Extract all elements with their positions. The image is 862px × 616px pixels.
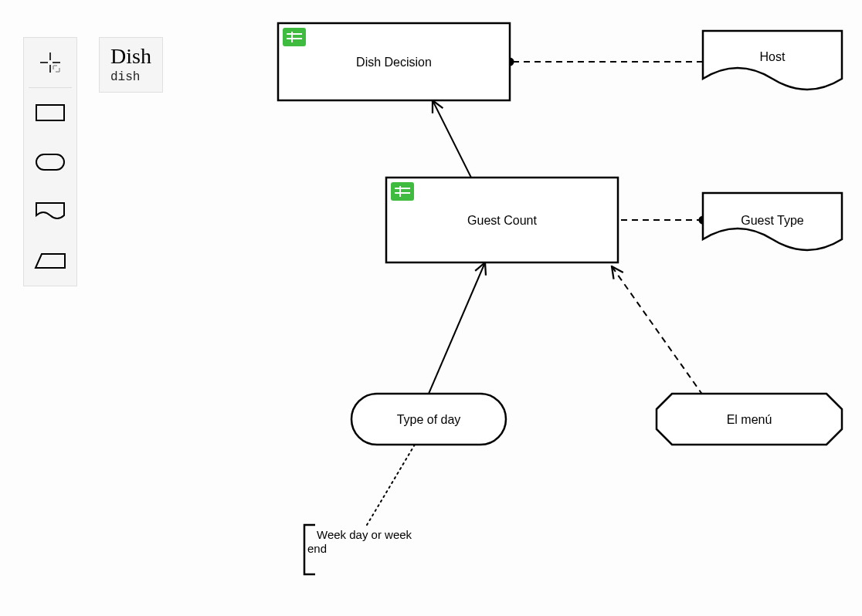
table-icon [391, 182, 414, 201]
node-dish-decision[interactable]: Dish Decision [278, 23, 510, 100]
edge-typeofday-to-guestcount[interactable] [429, 262, 485, 394]
svg-rect-12 [386, 178, 618, 262]
edge-annotation-to-typeofday[interactable] [367, 445, 415, 525]
diagram-canvas[interactable]: Dish Decision Guest Count Host Guest Typ… [0, 0, 862, 616]
annotation-weekday[interactable]: Week day or week end [304, 525, 412, 574]
annotation-line1: Week day or week [317, 528, 412, 541]
edge-elmenu-to-guestcount[interactable] [612, 266, 703, 395]
edge-guestcount-to-dishdecision[interactable] [433, 100, 471, 178]
node-type-of-day[interactable]: Type of day [351, 394, 506, 445]
node-el-menu[interactable]: El menú [657, 394, 842, 445]
node-guest-type[interactable]: Guest Type [703, 193, 842, 250]
node-host[interactable]: Host [703, 31, 842, 90]
node-guest-count[interactable]: Guest Count [386, 178, 618, 262]
annotation-line2: end [307, 542, 327, 555]
svg-rect-13 [391, 182, 414, 201]
svg-rect-7 [278, 23, 510, 100]
svg-rect-17 [351, 394, 506, 445]
svg-rect-8 [283, 28, 306, 46]
table-icon [283, 28, 306, 46]
